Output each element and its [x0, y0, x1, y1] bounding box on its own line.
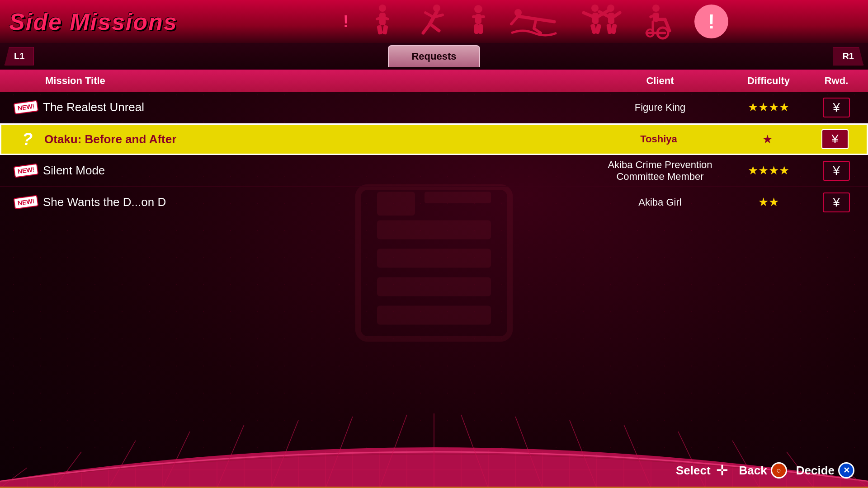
- svg-line-39: [614, 13, 620, 16]
- tab-requests[interactable]: Requests: [388, 45, 480, 67]
- mission-title: Otaku: Before and After: [44, 132, 595, 146]
- col-header-client: Client: [597, 75, 723, 87]
- select-label: Select: [676, 464, 711, 478]
- mission-difficulty: ★★★★: [723, 164, 814, 178]
- svg-rect-22: [481, 15, 485, 18]
- svg-rect-41: [611, 23, 617, 34]
- column-headers: Mission Title Client Difficulty Rwd.: [0, 70, 868, 92]
- svg-rect-24: [478, 24, 483, 34]
- reward-badge: ¥: [823, 161, 850, 181]
- svg-point-19: [474, 5, 482, 13]
- mission-reward: ¥: [814, 192, 859, 212]
- mission-badge-new: NEW!: [9, 165, 43, 176]
- svg-rect-21: [472, 15, 476, 18]
- mission-icon-3: [466, 4, 491, 40]
- bottom-controls: Select ✛ Back ○ Decide ✕: [676, 462, 854, 479]
- missions-list: NEW! The Realest Unreal Figure King ★★★★…: [0, 92, 868, 218]
- svg-point-36: [607, 5, 614, 12]
- svg-line-15: [423, 24, 430, 33]
- tab-l1-button[interactable]: L1: [5, 47, 34, 66]
- alert-icon: !: [343, 12, 349, 31]
- mission-icon-6: [640, 4, 676, 40]
- decide-control: Decide ✕: [796, 462, 854, 479]
- mission-title: Silent Mode: [43, 164, 597, 178]
- mission-badge-question: ?: [10, 130, 44, 149]
- svg-rect-37: [608, 13, 614, 24]
- svg-rect-31: [592, 13, 599, 24]
- mission-client: Akiba Crime Prevention Committee Member: [597, 159, 723, 183]
- svg-line-16: [430, 24, 439, 31]
- svg-point-30: [591, 5, 599, 12]
- header-icons: !: [203, 0, 868, 43]
- select-control: Select ✛: [676, 462, 730, 479]
- table-row[interactable]: NEW! She Wants the D...on D Akiba Girl ★…: [0, 187, 868, 218]
- mission-icon-5: [581, 4, 622, 40]
- svg-rect-11: [377, 25, 382, 34]
- svg-line-17: [425, 13, 434, 17]
- back-control: Back ○: [739, 462, 787, 479]
- svg-point-42: [652, 5, 660, 12]
- mission-reward: ¥: [814, 161, 859, 181]
- mission-badge-new: NEW!: [9, 197, 43, 208]
- mission-reward: ¥: [814, 98, 859, 117]
- mission-title: She Wants the D...on D: [43, 195, 597, 209]
- circle-button[interactable]: ○: [771, 462, 787, 479]
- svg-rect-23: [474, 24, 479, 34]
- table-row[interactable]: ? Otaku: Before and After Toshiya ★ ¥: [0, 123, 868, 155]
- svg-line-28: [534, 19, 536, 28]
- reward-badge: ¥: [821, 129, 849, 149]
- col-header-difficulty: Difficulty: [723, 75, 814, 87]
- mission-difficulty: ★: [722, 132, 812, 146]
- decide-label: Decide: [796, 464, 835, 478]
- mission-difficulty: ★★: [723, 195, 814, 209]
- reward-badge: ¥: [823, 192, 850, 212]
- mission-title: The Realest Unreal: [43, 100, 597, 114]
- mission-badge-new: NEW!: [9, 102, 43, 113]
- alert-circle-icon: !: [694, 5, 728, 38]
- back-label: Back: [739, 464, 767, 478]
- table-row[interactable]: NEW! The Realest Unreal Figure King ★★★★…: [0, 92, 868, 123]
- reward-badge: ¥: [823, 98, 850, 117]
- tab-r1-button[interactable]: R1: [833, 47, 863, 66]
- page-title: Side Missions: [9, 8, 178, 35]
- mission-difficulty: ★★★★: [723, 100, 814, 114]
- dpad-icon: ✛: [716, 462, 728, 479]
- mission-client: Akiba Girl: [597, 197, 723, 208]
- svg-point-7: [379, 5, 386, 12]
- mission-client: Toshiya: [595, 133, 722, 145]
- svg-rect-12: [382, 25, 388, 34]
- mission-icon-1: [367, 4, 398, 40]
- mission-client: Figure King: [597, 102, 723, 113]
- svg-line-27: [511, 16, 518, 24]
- svg-line-32: [584, 13, 592, 16]
- mission-reward: ¥: [812, 129, 858, 149]
- table-row[interactable]: NEW! Silent Mode Akiba Crime Prevention …: [0, 155, 868, 187]
- svg-rect-20: [475, 14, 481, 24]
- mission-icon-2: [416, 4, 448, 40]
- mission-icon-4: [509, 4, 563, 40]
- col-header-reward: Rwd.: [814, 75, 859, 87]
- col-header-mission-title: Mission Title: [9, 75, 597, 87]
- tab-bar: L1 Requests R1: [0, 43, 868, 70]
- x-button[interactable]: ✕: [838, 462, 854, 479]
